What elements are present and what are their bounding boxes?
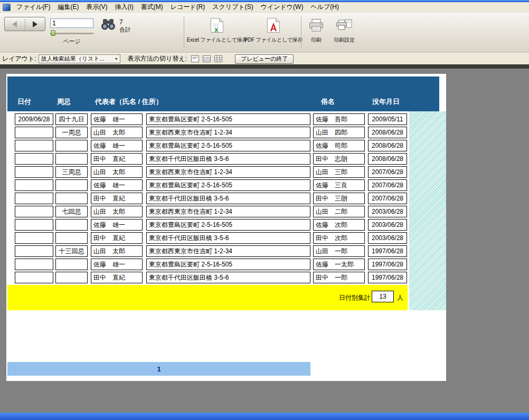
- pdf-file-icon: [267, 17, 280, 34]
- table-cell: 1997/06/28: [368, 259, 407, 270]
- table-view-icon: [214, 55, 222, 62]
- table-cell: [15, 127, 53, 138]
- table-cell: [55, 153, 88, 165]
- view-switch-label: 表示方法の切り替え:: [128, 54, 187, 63]
- table-cell: [15, 206, 53, 217]
- table-cell: 佐藤 雄一: [91, 140, 143, 151]
- report-page: 日付周忌代表者（氏名 / 住所）俗名没年月日 2009/06/28四十九日佐藤 …: [6, 74, 446, 381]
- layout-bar: レイアウト: 故人検索結果（リスト... ▼ 表示方法の切り替え:: [0, 53, 529, 64]
- table-cell: 佐藤 三良: [313, 179, 365, 191]
- save-as-pdf-button[interactable]: PDF ファイルとして保存: [247, 15, 300, 51]
- column-header: 日付: [17, 97, 31, 107]
- table-cell: 山田 一郎: [313, 245, 365, 257]
- table-cell: [15, 140, 53, 151]
- table-cell: 2008/06/28: [368, 140, 407, 151]
- table-cell: [15, 219, 53, 231]
- menu-item[interactable]: 挿入(I): [111, 1, 137, 13]
- menu-item[interactable]: スクリプト(S): [209, 1, 257, 13]
- table-row: 田中 直紀東京都千代田区飯田橋 3-5-6田中 一郎1997/06/28: [15, 272, 407, 285]
- table-cell: 四十九日: [55, 113, 88, 125]
- table-cell: 佐藤 雄一: [91, 259, 143, 270]
- page-number-input[interactable]: [50, 18, 93, 28]
- table-cell: 2008/06/28: [368, 127, 407, 138]
- layout-dropdown[interactable]: 故人検索結果（リスト... ▼: [39, 54, 120, 63]
- table-cell: 山田 太郎: [91, 206, 143, 217]
- page-slider[interactable]: [50, 30, 93, 36]
- table-cell: 2007/06/28: [368, 179, 407, 191]
- menu-item[interactable]: ファイル(F): [13, 1, 54, 13]
- table-cell: 田中 直紀: [91, 232, 143, 244]
- form-view-button[interactable]: [190, 54, 200, 63]
- total-count: 7: [119, 18, 131, 26]
- save-as-excel-button[interactable]: X Excel ファイルとして保存: [186, 15, 248, 51]
- column-header: 代表者（氏名 / 住所）: [95, 97, 163, 107]
- table-cell: 佐藤 吾郎: [313, 113, 365, 125]
- list-view-button[interactable]: [202, 54, 212, 63]
- column-header: 周忌: [57, 97, 71, 107]
- table-cell: 山田 太郎: [91, 127, 143, 138]
- save-as-excel-label: Excel ファイルとして保存: [187, 36, 247, 44]
- page-navigation-book: [4, 17, 45, 31]
- table-cell: 2007/06/28: [368, 193, 407, 204]
- printer-settings-icon: [336, 17, 353, 34]
- toolbar: ページ 7 合計: [0, 13, 529, 53]
- table-cell: 一周忌: [55, 127, 88, 138]
- filemaker-window: ファイル(F)編集(E)表示(V)挿入(I)書式(M)レコード(R)スクリプト(…: [0, 0, 529, 420]
- table-cell: 山田 四郎: [313, 127, 365, 138]
- menu-bar: ファイル(F)編集(E)表示(V)挿入(I)書式(M)レコード(R)スクリプト(…: [0, 2, 529, 13]
- menu-item[interactable]: 表示(V): [82, 1, 111, 13]
- table-cell: 田中 次郎: [313, 232, 365, 244]
- summary-count-box: 13: [372, 291, 394, 302]
- menu-item[interactable]: ウインドウ(W): [257, 1, 307, 13]
- table-cell: 佐藤 雄一: [91, 219, 143, 231]
- next-page-button[interactable]: [25, 17, 45, 31]
- menu-item[interactable]: 編集(E): [54, 1, 82, 13]
- table-cell: 佐藤 雄一: [91, 113, 143, 125]
- table-cell: 東京都豊島区要町 2-5-16-505: [146, 113, 310, 125]
- print-label: 印刷: [311, 36, 321, 44]
- summary-band: 日付別集計 13 人: [7, 285, 408, 310]
- excel-file-icon: X: [210, 17, 224, 34]
- table-cell: 佐藤 次郎: [313, 219, 365, 231]
- exit-preview-button[interactable]: プレビューの終了: [235, 54, 294, 64]
- menu-item[interactable]: ヘルプ(H): [307, 1, 343, 13]
- print-button[interactable]: 印刷: [305, 15, 327, 51]
- table-cell: 田中 三朗: [313, 193, 365, 204]
- table-view-button[interactable]: [213, 54, 223, 63]
- chevron-down-icon: ▼: [115, 57, 118, 61]
- summary-label: 日付別集計: [339, 293, 371, 302]
- page-number: 1: [157, 365, 160, 373]
- prev-page-button[interactable]: [5, 17, 25, 31]
- table-row: 田中 直紀東京都千代田区飯田橋 3-5-6田中 志朗2008/06/28: [15, 153, 407, 166]
- page-number-footer: 1: [7, 362, 310, 376]
- table-cell: 2009/06/28: [15, 113, 53, 125]
- page-label: ページ: [50, 37, 93, 45]
- print-setup-button[interactable]: 印刷設定: [330, 15, 358, 51]
- table-cell: 2003/06/28: [368, 206, 407, 217]
- save-as-pdf-label: PDF ファイルとして保存: [244, 36, 303, 44]
- menu-item[interactable]: 書式(M): [137, 1, 167, 13]
- binoculars-icon: [100, 18, 116, 31]
- table-cell: 佐藤 司郎: [313, 140, 365, 151]
- table-cell: [15, 179, 53, 191]
- menu-item[interactable]: レコード(R): [167, 1, 209, 13]
- menu-bar-items: ファイル(F)編集(E)表示(V)挿入(I)書式(M)レコード(R)スクリプト(…: [13, 1, 343, 13]
- page-margin-area: [409, 111, 446, 310]
- table-cell: 東京都豊島区要町 2-5-16-505: [146, 179, 310, 191]
- table-cell: 東京都西東京市住吉町 1-2-34: [146, 166, 310, 178]
- table-row: 佐藤 雄一東京都豊島区要町 2-5-16-505佐藤 司郎2008/06/28: [15, 140, 407, 153]
- table-cell: [15, 232, 53, 244]
- table-cell: [15, 153, 53, 165]
- summary-unit: 人: [397, 293, 403, 302]
- slider-thumb[interactable]: [51, 30, 55, 36]
- table-cell: [15, 272, 53, 283]
- filemaker-app-icon: [3, 4, 11, 11]
- table-row: 七回忌山田 太郎東京都西東京市住吉町 1-2-34山田 二郎2003/06/28: [15, 206, 407, 219]
- table-cell: 田中 直紀: [91, 272, 143, 283]
- list-view-icon: [203, 55, 211, 62]
- table-cell: 十三回忌: [55, 245, 88, 257]
- table-cell: 1997/06/28: [368, 272, 407, 283]
- table-row: 田中 直紀東京都千代田区飯田橋 3-5-6田中 次郎2003/06/28: [15, 232, 407, 245]
- taskbar-strip: [0, 413, 529, 420]
- view-switch-group: [190, 54, 223, 63]
